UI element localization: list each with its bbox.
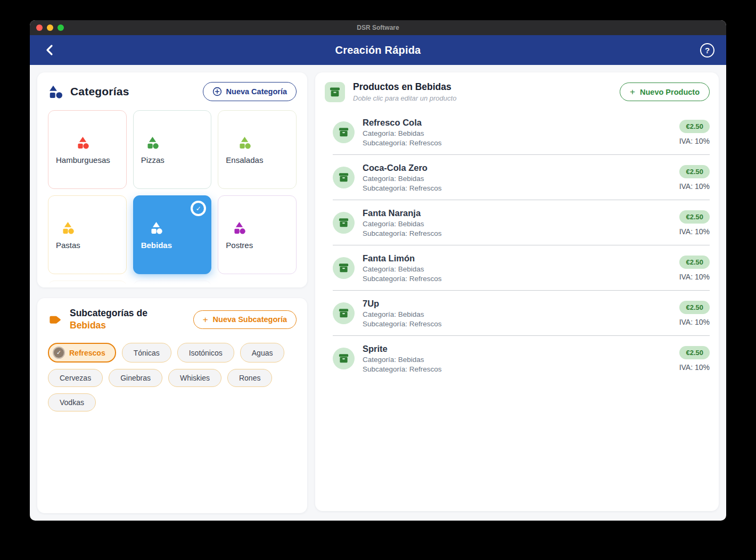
category-label: Postres <box>226 241 253 250</box>
subcategory-chip-label: Rones <box>239 374 260 382</box>
help-button[interactable]: ? <box>700 43 714 57</box>
category-grid: Hamburguesas Pizzas Ensaladas <box>48 110 297 274</box>
category-card[interactable]: Pizzas <box>133 110 212 189</box>
shapes-icon <box>149 220 164 236</box>
category-grid-overflow <box>48 281 297 287</box>
product-category: Categoría: Bebidas <box>363 175 442 183</box>
product-row[interactable]: Sprite Categoría: Bebidas Subcategoría: … <box>333 336 710 381</box>
check-icon: ✓ <box>53 347 65 359</box>
subcategory-chip[interactable]: Vodkas <box>48 393 96 411</box>
shapes-icon <box>60 220 76 236</box>
subcategory-chip-label: Cervezas <box>60 374 91 382</box>
category-card[interactable]: Postres <box>218 195 297 274</box>
archive-box-icon <box>338 262 350 274</box>
archive-box-icon <box>338 307 350 319</box>
category-label: Bebidas <box>141 241 172 250</box>
iva-label: IVA: 10% <box>679 182 710 191</box>
category-card-content: Pizzas <box>141 135 165 164</box>
titlebar: DSR Software <box>30 20 726 35</box>
product-icon-circle <box>333 348 355 369</box>
subcategory-chip[interactable]: Tónicas <box>122 343 171 363</box>
product-price-block: €2.50 IVA: 10% <box>679 120 710 145</box>
category-label: Hamburguesas <box>56 155 110 164</box>
new-category-button[interactable]: Nueva Categoría <box>203 82 297 101</box>
product-row[interactable]: Fanta Naranja Categoría: Bebidas Subcate… <box>333 200 710 245</box>
product-row[interactable]: Coca-Cola Zero Categoría: Bebidas Subcat… <box>333 155 710 200</box>
product-subcategory: Subcategoría: Refrescos <box>363 229 442 237</box>
subcategory-chip-label: Whiskies <box>180 374 210 382</box>
subcategory-chip-label: Tónicas <box>134 349 160 357</box>
categories-header: Categorías Nueva Categoría <box>48 82 297 101</box>
archive-box-icon <box>328 86 341 98</box>
subcategory-chip[interactable]: Whiskies <box>168 369 221 387</box>
category-card-content: Postres <box>226 220 253 250</box>
category-label: Ensaladas <box>226 155 263 164</box>
plus-icon: + <box>203 315 208 324</box>
category-card[interactable]: Bebidas ✓ <box>133 195 212 274</box>
product-row[interactable]: Fanta Limón Categoría: Bebidas Subcatego… <box>333 245 710 291</box>
subcategory-chip-label: Refrescos <box>69 349 105 357</box>
iva-label: IVA: 10% <box>679 318 710 326</box>
product-info: Refresco Cola Categoría: Bebidas Subcate… <box>363 118 442 147</box>
products-title-block: Productos en Bebidas Doble clic para edi… <box>353 81 456 102</box>
categories-title: Categorías <box>70 85 129 98</box>
subcategory-chip[interactable]: Aguas <box>240 343 285 363</box>
product-price-block: €2.50 IVA: 10% <box>679 210 710 236</box>
product-name: Sprite <box>363 344 442 354</box>
product-list: Refresco Cola Categoría: Bebidas Subcate… <box>325 110 710 381</box>
subcategory-chip[interactable]: ✓ Refrescos <box>48 343 116 363</box>
back-button[interactable] <box>42 42 57 58</box>
product-category: Categoría: Bebidas <box>363 220 442 228</box>
category-card-content: Pastas <box>56 220 80 250</box>
product-price-block: €2.50 IVA: 10% <box>679 256 710 281</box>
left-column: Categorías Nueva Categoría <box>37 72 307 513</box>
archive-box-icon <box>338 352 350 365</box>
subcategory-chips: ✓ Refrescos Tónicas Isotónicos Aguas Cer… <box>48 343 297 411</box>
subcategories-title-line2: Bebidas <box>70 320 147 331</box>
product-subcategory: Subcategoría: Refrescos <box>363 275 442 283</box>
product-price-block: €2.50 IVA: 10% <box>679 346 710 372</box>
iva-label: IVA: 10% <box>679 137 710 145</box>
subcategory-chip[interactable]: Rones <box>227 369 272 387</box>
new-subcategory-button[interactable]: + Nueva Subcategoría <box>193 310 297 329</box>
iva-label: IVA: 10% <box>679 227 710 236</box>
question-mark-icon: ? <box>705 46 710 55</box>
product-icon-circle <box>333 167 355 188</box>
subcategories-panel: Subcategorías de Bebidas + Nueva Subcate… <box>37 298 307 513</box>
product-info: 7Up Categoría: Bebidas Subcategoría: Ref… <box>363 299 442 328</box>
app-window: DSR Software Creación Rápida ? Categ <box>30 20 726 521</box>
plus-circle-icon <box>212 87 222 96</box>
back-chevron-icon <box>45 44 54 56</box>
product-row[interactable]: Refresco Cola Categoría: Bebidas Subcate… <box>333 110 710 155</box>
archive-box-icon <box>338 171 350 184</box>
price-badge: €2.50 <box>679 346 710 359</box>
subcategory-chip[interactable]: Cervezas <box>48 369 103 387</box>
subcategory-chip-label: Vodkas <box>60 398 84 407</box>
products-title: Productos en Bebidas <box>353 81 456 93</box>
products-panel-icon <box>325 82 345 102</box>
subcategory-chip[interactable]: Ginebras <box>109 369 162 387</box>
price-badge: €2.50 <box>679 165 710 178</box>
category-label: Pizzas <box>141 155 165 164</box>
product-icon-circle <box>333 212 355 234</box>
product-row[interactable]: 7Up Categoría: Bebidas Subcategoría: Ref… <box>333 291 710 336</box>
subcategories-title-line1: Subcategorías de <box>70 308 147 319</box>
category-card[interactable]: Hamburguesas <box>48 110 127 189</box>
product-icon-circle <box>333 302 355 324</box>
category-card-partial <box>48 281 127 287</box>
plus-icon: + <box>630 87 635 96</box>
price-badge: €2.50 <box>679 210 710 224</box>
price-badge: €2.50 <box>679 256 710 269</box>
products-panel: Productos en Bebidas Doble clic para edi… <box>315 72 719 511</box>
new-product-button[interactable]: + Nuevo Producto <box>620 83 710 101</box>
product-name: Fanta Naranja <box>363 208 442 218</box>
products-subtitle: Doble clic para editar un producto <box>353 94 456 102</box>
shapes-icon <box>237 135 252 151</box>
product-category: Categoría: Bebidas <box>363 129 442 137</box>
subcategory-chip[interactable]: Isotónicos <box>177 343 234 363</box>
archive-box-icon <box>338 217 350 229</box>
new-category-label: Nueva Categoría <box>226 87 287 96</box>
product-info: Fanta Naranja Categoría: Bebidas Subcate… <box>363 208 442 237</box>
category-card[interactable]: Ensaladas <box>218 110 297 189</box>
category-card[interactable]: Pastas <box>48 195 127 274</box>
